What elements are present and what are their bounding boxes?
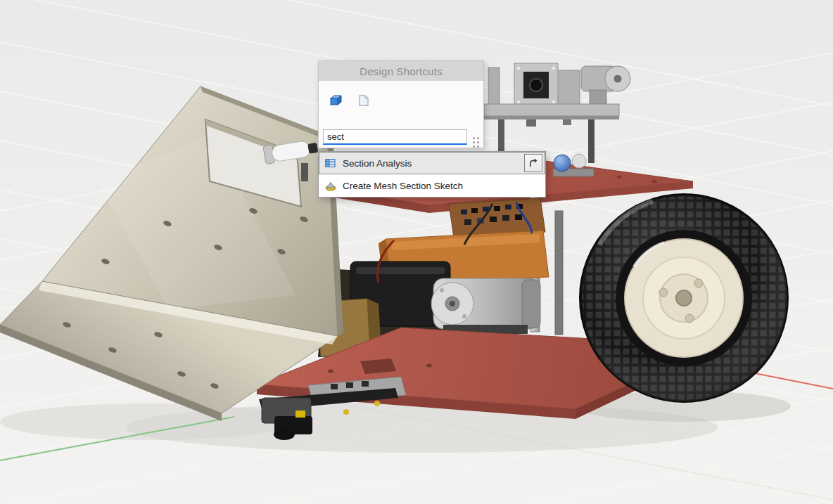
search-suggestions-dropdown: Section Analysis Create Mesh Section Ske… — [318, 151, 546, 198]
cylinder-support — [301, 163, 308, 181]
mesh-section-sketch-icon — [324, 179, 337, 192]
camera-mount-assembly — [484, 63, 630, 163]
drive-motor — [431, 278, 540, 334]
right-wheel — [580, 195, 787, 401]
shortcut-search-input[interactable] — [323, 129, 467, 145]
suggestion-label: Section Analysis — [343, 158, 412, 169]
section-analysis-icon — [324, 157, 337, 169]
sketch-document-icon[interactable] — [355, 92, 372, 109]
panel-header[interactable]: Design Shortcuts — [319, 61, 483, 81]
suggestion-label: Create Mesh Section Sketch — [343, 181, 463, 191]
suggestion-create-mesh-section-sketch[interactable]: Create Mesh Section Sketch — [319, 174, 545, 197]
shortcut-icons-row — [319, 81, 483, 109]
panel-title: Design Shortcuts — [360, 65, 442, 77]
application-window: Design Shortcuts — [0, 0, 833, 504]
resize-grip[interactable] — [473, 137, 480, 148]
solid-box-icon[interactable] — [327, 92, 344, 109]
suggestion-section-analysis[interactable]: Section Analysis — [319, 152, 545, 174]
design-shortcuts-panel: Design Shortcuts — [318, 60, 484, 148]
promote-arrow-icon[interactable] — [524, 154, 542, 172]
